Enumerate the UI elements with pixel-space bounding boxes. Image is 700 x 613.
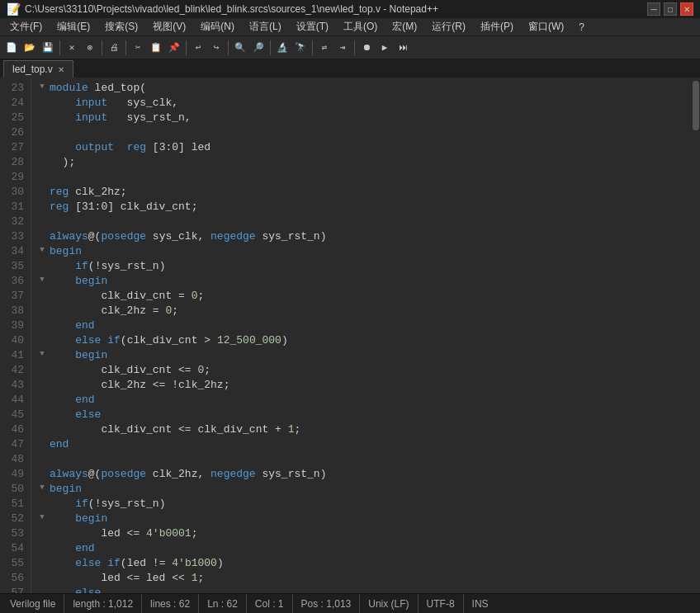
code-line: else xyxy=(36,408,692,422)
fold-icon[interactable]: ▼ xyxy=(36,244,48,256)
token-num: 4'b1000 xyxy=(172,556,217,571)
menu-item-w[interactable]: 窗口(W) xyxy=(522,18,570,35)
token-kw: else xyxy=(75,333,101,348)
app-icon: 📝 xyxy=(7,2,20,16)
toolbar-undo[interactable]: ↩ xyxy=(190,40,206,56)
menu-item-r[interactable]: 运行(R) xyxy=(425,18,472,35)
toolbar: 📄 📂 💾 ✕ ⊗ 🖨 ✂ 📋 📌 ↩ ↪ 🔍 🔎 🔬 🔭 ⇌ ⇥ ⏺ ▶ ⏭ xyxy=(0,36,700,59)
fold-icon[interactable]: ▼ xyxy=(36,348,48,360)
code-line: if(!sys_rst_n) xyxy=(36,259,692,274)
toolbar-cut[interactable]: ✂ xyxy=(130,40,146,56)
token-num: 0 xyxy=(197,363,204,378)
token-plain xyxy=(50,348,75,363)
token-plain: sys_rst_n, xyxy=(107,111,191,125)
scrollbar[interactable] xyxy=(692,78,700,593)
toolbar-zoom-out[interactable]: 🔭 xyxy=(292,40,309,56)
menu-item-e[interactable]: 编辑(E) xyxy=(50,18,97,35)
status-filetype: Verilog file xyxy=(7,594,64,613)
token-kw: else xyxy=(75,556,101,571)
line-number: 41 xyxy=(3,348,24,363)
toolbar-find[interactable]: 🔍 xyxy=(232,40,248,56)
token-plain: sys_clk, xyxy=(146,229,210,244)
line-number: 47 xyxy=(3,437,24,452)
code-line: end xyxy=(36,393,692,408)
token-plain: (!sys_rst_n) xyxy=(88,259,166,274)
minimize-button[interactable]: ─ xyxy=(647,2,660,16)
line-number: 43 xyxy=(3,378,24,393)
toolbar-redo[interactable]: ↪ xyxy=(208,40,225,56)
fold-icon[interactable]: ▼ xyxy=(36,482,48,493)
menu-item-p[interactable]: 插件(P) xyxy=(474,18,520,35)
token-kw: negedge xyxy=(210,229,256,244)
line-number: 54 xyxy=(3,541,24,556)
menu-item-l[interactable]: 语言(L) xyxy=(243,18,288,35)
status-ln: Ln : 62 xyxy=(199,594,247,613)
toolbar-closeall[interactable]: ⊗ xyxy=(82,40,98,56)
token-kw: else xyxy=(75,586,101,593)
line-number: 39 xyxy=(3,318,24,333)
menu-item-v[interactable]: 视图(V) xyxy=(146,18,192,35)
toolbar-close[interactable]: ✕ xyxy=(64,40,80,56)
line-number: 34 xyxy=(3,244,24,259)
code-line: ▼begin xyxy=(36,244,692,259)
toolbar-print[interactable]: 🖨 xyxy=(106,40,122,56)
toolbar-sep2 xyxy=(102,40,102,55)
line-number: 26 xyxy=(3,125,24,140)
line-number: 33 xyxy=(3,229,24,244)
menu-item-[interactable]: ? xyxy=(572,20,591,35)
status-unix: Unix (LF) xyxy=(360,594,418,613)
line-number: 28 xyxy=(3,155,24,170)
token-kw: if xyxy=(75,497,88,512)
line-number: 49 xyxy=(3,467,24,482)
line-number: 40 xyxy=(3,333,24,348)
code-line: else if(clk_div_cnt > 12_500_000) xyxy=(36,333,692,348)
code-line xyxy=(36,215,692,229)
tab-led-top[interactable]: led_top.v ✕ xyxy=(3,60,73,78)
toolbar-sep1 xyxy=(59,40,60,55)
menu-item-s[interactable]: 搜索(S) xyxy=(98,18,144,35)
status-length: length : 1,012 xyxy=(64,594,142,613)
code-line: clk_2hz = 0; xyxy=(36,304,692,318)
toolbar-paste[interactable]: 📌 xyxy=(166,40,182,56)
code-line: ▼ begin xyxy=(36,348,692,363)
menu-item-n[interactable]: 编码(N) xyxy=(194,18,241,35)
toolbar-save[interactable]: 💾 xyxy=(40,40,56,56)
toolbar-macro-play[interactable]: ▶ xyxy=(376,40,393,56)
fold-icon[interactable]: ▼ xyxy=(36,274,48,285)
tab-close-icon[interactable]: ✕ xyxy=(58,65,64,74)
menu-item-o[interactable]: 工具(O) xyxy=(337,18,384,35)
toolbar-findnext[interactable]: 🔎 xyxy=(250,40,267,56)
scrollbar-thumb[interactable] xyxy=(693,81,699,130)
token-plain: clk_2hz <= !clk_2hz; xyxy=(50,378,229,393)
status-ins: INS xyxy=(464,594,497,613)
token-plain xyxy=(101,556,107,571)
code-line: end xyxy=(36,437,692,452)
token-kw: begin xyxy=(75,348,107,363)
maximize-button[interactable]: □ xyxy=(664,2,677,16)
fold-icon[interactable]: ▼ xyxy=(36,81,48,92)
line-numbers: 2324252627282930313233343536373839404142… xyxy=(0,78,31,593)
token-plain: ; xyxy=(172,304,178,318)
menu-item-m[interactable]: 宏(M) xyxy=(385,18,423,35)
toolbar-open[interactable]: 📂 xyxy=(21,40,38,56)
code-content[interactable]: ▼module led_top( input sys_clk, input sy… xyxy=(31,78,692,593)
line-number: 38 xyxy=(3,304,24,318)
menu-item-t[interactable]: 设置(T) xyxy=(290,18,335,35)
code-line xyxy=(36,125,692,140)
token-plain: (clk_div_cnt > xyxy=(121,333,217,348)
toolbar-macro-stop[interactable]: ⏭ xyxy=(395,40,411,56)
token-plain: @( xyxy=(88,229,102,244)
code-line: reg [31:0] clk_div_cnt; xyxy=(36,200,692,215)
toolbar-indent[interactable]: ⇥ xyxy=(334,40,351,56)
menu-item-f[interactable]: 文件(F) xyxy=(3,18,49,35)
toolbar-zoom-in[interactable]: 🔬 xyxy=(274,40,291,56)
toolbar-copy[interactable]: 📋 xyxy=(148,40,164,56)
close-button[interactable]: ✕ xyxy=(680,2,693,16)
toolbar-sep7 xyxy=(312,40,313,55)
line-number: 23 xyxy=(3,81,24,96)
fold-icon[interactable]: ▼ xyxy=(36,512,48,523)
toolbar-new[interactable]: 📄 xyxy=(3,40,20,56)
token-plain: (led != xyxy=(121,556,172,571)
toolbar-macro[interactable]: ⏺ xyxy=(358,40,375,56)
toolbar-wrap[interactable]: ⇌ xyxy=(316,40,333,56)
